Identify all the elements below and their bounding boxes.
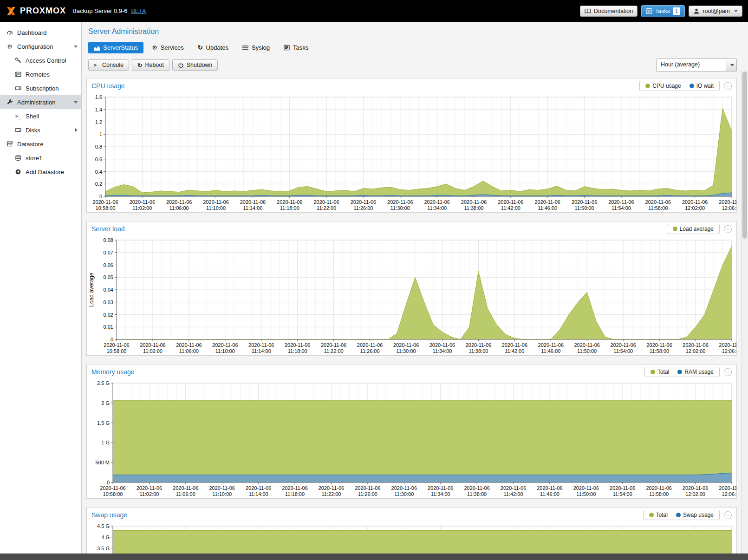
svg-text:2020-11-0611:46:00: 2020-11-0611:46:00 <box>535 199 560 211</box>
panel-header: Server load Load average − <box>87 221 736 236</box>
svg-text:2020-11-0612:06:00: 2020-11-0612:06:00 <box>719 199 736 211</box>
shutdown-button[interactable]: Shutdown <box>172 59 218 71</box>
tab-syslog[interactable]: Syslog <box>237 42 275 53</box>
gears-icon: ⚙ <box>152 45 157 51</box>
panel-swap-usage: Swap usage TotalSwap usage − 0500 M1 G1.… <box>86 507 737 553</box>
panel-server-load: Server load Load average − 00.010.020.03… <box>86 221 737 356</box>
archive-icon <box>6 141 14 147</box>
sidebar-item-remotes[interactable]: Remotes <box>0 67 81 81</box>
legend-item[interactable]: RAM usage <box>677 369 714 375</box>
swap-usage-chart: 0500 M1 G1.5 G2 G2.5 G3 G3.5 G4 G4.5 G20… <box>87 522 736 553</box>
legend-item[interactable]: CPU usage <box>645 83 681 89</box>
svg-text:2020-11-0611:30:00: 2020-11-0611:30:00 <box>393 342 419 354</box>
panel-title: Swap usage <box>91 511 127 519</box>
chevron-down-icon[interactable] <box>74 46 78 48</box>
chevron-down-icon <box>734 10 738 12</box>
tasks-label: Tasks <box>655 8 670 14</box>
collapse-button[interactable]: − <box>724 511 732 519</box>
main-layout: Dashboard ⚙ Configuration Access Control… <box>0 22 748 553</box>
sidebar-item-disks[interactable]: Disks <box>0 123 81 137</box>
tab-services[interactable]: ⚙ Services <box>146 42 189 53</box>
tab-bar: ServerStatus ⚙ Services ↻ Updates Syslog <box>88 42 737 53</box>
sidebar-item-label: Administration <box>17 99 55 106</box>
chart-svg: 00.20.40.60.811.21.41.62020-11-0610:58:0… <box>87 93 736 212</box>
svg-text:2020-11-0611:14:00: 2020-11-0611:14:00 <box>240 199 266 211</box>
reboot-button[interactable]: ↻ Reboot <box>132 59 169 71</box>
documentation-button[interactable]: Documentation <box>580 6 637 17</box>
svg-text:2020-11-0611:10:00: 2020-11-0611:10:00 <box>203 199 228 211</box>
svg-text:2020-11-0612:02:00: 2020-11-0612:02:00 <box>683 342 708 354</box>
svg-text:2020-11-0611:38:00: 2020-11-0611:38:00 <box>461 199 487 211</box>
tab-label: Updates <box>206 44 228 51</box>
console-label: Console <box>102 62 124 68</box>
chevron-right-icon[interactable] <box>75 128 78 132</box>
svg-text:2020-11-0611:42:00: 2020-11-0611:42:00 <box>502 342 527 354</box>
svg-text:2020-11-0612:02:00: 2020-11-0612:02:00 <box>683 485 708 497</box>
svg-text:2020-11-0611:58:00: 2020-11-0611:58:00 <box>646 485 671 497</box>
list-icon <box>242 45 248 51</box>
chart-panels: CPU usage CPU usageIO wait − 00.20.40.60… <box>86 78 737 553</box>
user-menu-button[interactable]: root@pam <box>689 6 742 17</box>
legend-item[interactable]: IO wait <box>689 83 714 89</box>
sidebar-item-datastore[interactable]: Datastore <box>0 137 81 151</box>
sidebar-item-access-control[interactable]: Access Control <box>0 53 81 67</box>
shutdown-label: Shutdown <box>187 62 213 68</box>
tasks-button[interactable]: Tasks 1 <box>641 5 685 17</box>
scrollbar-thumb[interactable] <box>742 72 747 239</box>
svg-text:2020-11-0611:34:00: 2020-11-0611:34:00 <box>424 199 449 211</box>
svg-text:0.4: 0.4 <box>95 169 102 175</box>
panel-header: Swap usage TotalSwap usage − <box>87 508 736 522</box>
power-icon <box>178 62 184 68</box>
legend-item[interactable]: Swap usage <box>676 512 714 518</box>
sidebar-item-configuration[interactable]: ⚙ Configuration <box>0 39 81 53</box>
legend-dot <box>645 84 650 88</box>
hdd-icon <box>14 127 22 133</box>
sidebar-item-label: Configuration <box>17 43 53 50</box>
panel-title: Server load <box>91 225 125 233</box>
panel-title: CPU usage <box>91 82 125 90</box>
tab-updates[interactable]: ↻ Updates <box>192 42 234 53</box>
svg-text:2020-11-0611:50:00: 2020-11-0611:50:00 <box>573 485 599 497</box>
sidebar-item-label: Dashboard <box>17 29 47 36</box>
legend-item[interactable]: Total <box>650 369 669 375</box>
time-range-select[interactable]: Hour (average) <box>656 59 737 72</box>
svg-text:2020-11-0611:14:00: 2020-11-0611:14:00 <box>246 485 271 497</box>
collapse-button[interactable]: − <box>724 82 732 90</box>
console-button[interactable]: >_ Console <box>88 59 129 71</box>
legend-item[interactable]: Load average <box>673 226 714 232</box>
legend-dot <box>650 370 655 374</box>
beta-link[interactable]: BETA <box>131 8 146 14</box>
collapse-button[interactable]: − <box>724 225 732 233</box>
chevron-down-icon[interactable] <box>74 101 78 104</box>
select-trigger[interactable] <box>726 59 736 71</box>
chart-legend: TotalSwap usage <box>643 510 720 520</box>
sidebar-item-add-datastore[interactable]: Add Datastore <box>0 165 81 179</box>
brand-text: PROXMOX <box>20 6 66 16</box>
svg-text:4 G: 4 G <box>101 534 110 540</box>
svg-text:2020-11-0611:54:00: 2020-11-0611:54:00 <box>610 342 636 354</box>
time-range-value: Hour (average) <box>657 59 726 71</box>
area-chart-icon <box>94 45 100 51</box>
tab-serverstatus[interactable]: ServerStatus <box>88 42 143 53</box>
sidebar-item-label: Disks <box>26 127 40 134</box>
sidebar-item-store1[interactable]: store1 <box>0 151 81 165</box>
sidebar-item-subscription[interactable]: Subscription <box>0 81 81 95</box>
svg-text:2020-11-0611:10:00: 2020-11-0611:10:00 <box>212 342 238 354</box>
memory-usage-chart: 0500 M1 G1.5 G2 G2.5 G2020-11-0610:58:00… <box>87 379 736 498</box>
sidebar-item-shell[interactable]: >_ Shell <box>0 109 81 123</box>
svg-text:3.5 G: 3.5 G <box>97 546 110 551</box>
vertical-scrollbar[interactable] <box>741 71 748 553</box>
svg-text:1.2: 1.2 <box>95 119 102 125</box>
svg-text:0.03: 0.03 <box>104 300 113 305</box>
tab-tasks[interactable]: Tasks <box>278 42 314 53</box>
legend-item[interactable]: Total <box>649 512 668 518</box>
remotes-icon <box>14 71 22 78</box>
chart-legend: Load average <box>667 224 720 234</box>
svg-text:0.8: 0.8 <box>95 144 102 150</box>
sidebar-item-administration[interactable]: Administration <box>0 95 81 109</box>
sidebar-item-dashboard[interactable]: Dashboard <box>0 26 81 39</box>
task-list-icon <box>284 45 290 51</box>
collapse-button[interactable]: − <box>724 368 732 376</box>
refresh-icon: ↻ <box>137 62 142 69</box>
book-icon <box>585 8 591 14</box>
